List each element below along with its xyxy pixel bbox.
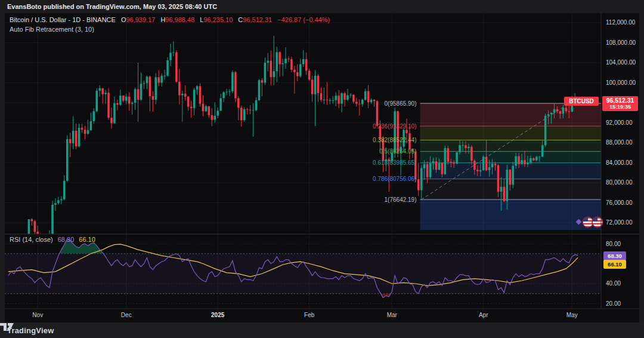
rsi-band — [5, 254, 601, 294]
candle-body — [562, 107, 565, 113]
candle-body — [60, 199, 63, 201]
symbol-title: Bitcoin / U.S. Dollar - 1D - BINANCE — [10, 16, 116, 23]
symbol-legend: Bitcoin / U.S. Dollar - 1D - BINANCE O96… — [10, 16, 330, 23]
candle-body — [249, 110, 252, 110]
candle-body — [426, 164, 429, 177]
candle-body — [311, 79, 314, 94]
ohlc-low: L96,235.10 — [200, 16, 233, 23]
rsi-ma-value: 66.10 — [79, 236, 95, 243]
candle-body — [228, 91, 231, 92]
candle-body — [84, 130, 86, 134]
candle-body — [530, 158, 532, 163]
candle-body — [155, 77, 157, 100]
candle-body — [231, 72, 234, 91]
candle-body — [140, 84, 143, 100]
candle-body — [90, 121, 92, 130]
candle-body — [54, 203, 57, 205]
candle-body — [314, 76, 317, 94]
candle-body — [500, 187, 503, 192]
candle-body — [196, 86, 199, 90]
rsi-title: RSI (14, close) — [10, 236, 53, 243]
candle-body — [160, 76, 163, 83]
candle-body — [214, 116, 216, 120]
candle-body — [305, 59, 308, 70]
candle-body — [240, 107, 243, 120]
candle-body — [355, 102, 358, 103]
candle-body — [146, 76, 148, 83]
candle-body — [128, 97, 131, 104]
last-price: 96,512.31 — [602, 97, 638, 104]
candle-body — [485, 156, 488, 170]
candle-body — [538, 156, 541, 157]
candle-body — [255, 100, 258, 110]
candle-body — [281, 63, 284, 64]
candle-body — [243, 109, 246, 120]
candle-body — [149, 76, 151, 96]
candle-body — [7, 246, 10, 247]
candle-body — [438, 162, 441, 170]
candle-body — [166, 60, 169, 76]
candle-body — [275, 52, 278, 71]
candle-body — [122, 96, 125, 100]
candle-body — [367, 91, 370, 102]
candle-body — [462, 145, 464, 146]
candle-body — [273, 71, 275, 77]
candle-body — [169, 53, 172, 60]
candle-body — [264, 63, 267, 83]
candle-body — [535, 156, 538, 160]
candle-body — [57, 200, 60, 203]
candle-body — [175, 52, 178, 81]
candle-body — [506, 170, 509, 201]
candle-body — [568, 111, 571, 112]
candle-body — [467, 147, 470, 149]
candle-body — [293, 70, 296, 72]
fib-band — [420, 103, 602, 126]
candle-body — [556, 109, 559, 111]
rsi-legend: RSI (14, close) 68.30 66.10 — [10, 236, 95, 243]
candle-body — [184, 94, 187, 97]
candle-body — [211, 115, 213, 120]
candle-body — [19, 248, 21, 248]
candle-body — [237, 98, 240, 107]
fib-level-label: 0.382(88522.44) — [373, 137, 416, 143]
candle-body — [152, 96, 154, 100]
candle-body — [93, 111, 95, 121]
candle-body — [476, 170, 479, 171]
candle-body — [518, 156, 520, 164]
candle-body — [547, 114, 550, 116]
candle-body — [205, 106, 208, 111]
rsi-ma-badge: 66.10 — [603, 260, 626, 269]
candle-body — [465, 145, 467, 148]
fib-level-label: 0.236(91329.10) — [373, 123, 416, 130]
candle-body — [308, 70, 311, 79]
candle-body — [349, 95, 352, 96]
candle-body — [550, 113, 553, 115]
publish-bar: EvansBoto published on TradingView.com, … — [0, 0, 644, 13]
candle-body — [131, 103, 134, 104]
candle-body — [113, 103, 116, 124]
candle-body — [532, 158, 535, 160]
candle-body — [116, 103, 119, 105]
candle-body — [125, 97, 128, 101]
candle-body — [187, 97, 190, 107]
candle-body — [234, 72, 237, 99]
candle-body — [290, 59, 293, 70]
candle-body — [134, 89, 137, 103]
candle-body — [51, 205, 54, 236]
ohlc-high: H96,988.48 — [160, 16, 194, 23]
candle-body — [346, 95, 349, 100]
candle-body — [302, 59, 305, 64]
fib-level-label: 1(76642.19) — [385, 196, 417, 203]
tradingview-logo[interactable]: TradingView — [7, 326, 54, 335]
chart-container[interactable]: 0(95865.90)0.236(91329.10)0.382(88522.44… — [5, 13, 639, 322]
candle-body — [143, 83, 145, 84]
chart-canvas[interactable]: 0(95865.90)0.236(91329.10)0.382(88522.44… — [5, 13, 639, 322]
candle-body — [157, 77, 160, 82]
candle-body — [420, 168, 423, 190]
candle-body — [358, 104, 361, 105]
time-scale[interactable] — [5, 309, 601, 322]
candle-body — [199, 86, 202, 103]
candle-body — [28, 219, 30, 238]
candle-body — [296, 72, 299, 76]
candle-body — [494, 164, 497, 165]
